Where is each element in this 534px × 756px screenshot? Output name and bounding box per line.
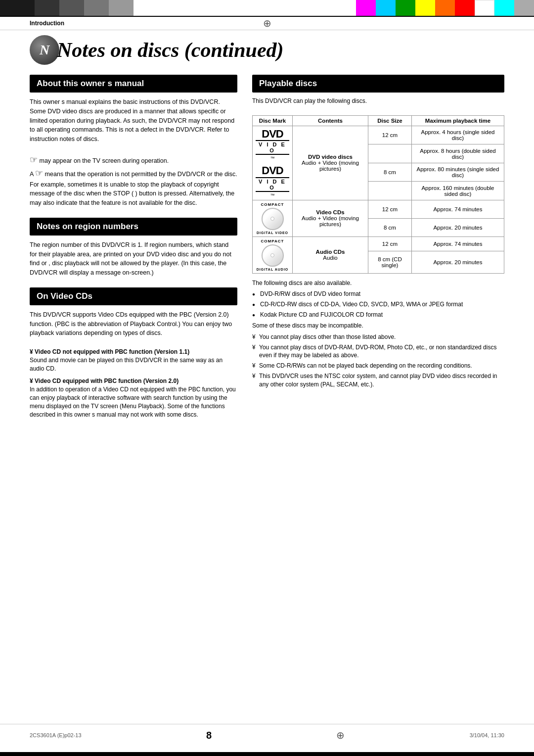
list-item: CD-R/CD-RW discs of CD-DA, Video CD, SVC… [252, 300, 504, 309]
header-crosshair: ⊕ [263, 17, 271, 29]
pbc2-title: ¥ Video CD equipped with PBC function (V… [30, 377, 237, 385]
dvd-logo-bottom: DVD V I D E O ™ [256, 165, 289, 197]
vcd-time-8: Approx. 20 minutes [411, 218, 504, 236]
bottom-bar [0, 752, 534, 756]
list-item: You cannot play discs of DVD-RAM, DVD-RO… [252, 343, 504, 360]
acd-disc-icon [262, 244, 284, 267]
vcd-size-12cm: 12 cm [368, 200, 411, 218]
dvd-time-8-1: Approx. 80 minutes (single sided disc) [411, 163, 504, 181]
page-title-area: N Notes on discs (continued) [0, 30, 534, 75]
about-section: About this owner s manual This owner s m… [30, 75, 237, 208]
table-row: COMPACT DIGITAL VIDEO Video CDsAudio + V… [253, 200, 504, 218]
page-title: Notes on discs (continued) [57, 38, 284, 62]
hand-icon-2: ☞ [35, 168, 43, 178]
video-cd-content: This DVD/VCR supports Video CDs equipped… [30, 310, 237, 419]
left-column: About this owner s manual This owner s m… [30, 75, 237, 429]
dvd-logo-top: DVD V I D E O ™ [256, 128, 289, 161]
vcd-contents: Video CDsAudio + Video (moving pictures) [293, 200, 368, 236]
about-section-content: This owner s manual explains the basic i… [30, 97, 237, 208]
about-note3: For example, sometimes it is unable to s… [30, 180, 237, 208]
acd-disc-mark: COMPACT DIGITAL AUDIO [253, 236, 293, 273]
vcd-disc-icon [262, 208, 284, 230]
dvd-size-8cm: 8 cm [368, 163, 411, 181]
dvd-time-12-2: Approx. 8 hours (double sided disc) [411, 144, 504, 163]
pbc2-desc: In addition to operation of a Video CD n… [30, 385, 237, 419]
dvd-contents: DVD video discsAudio + Video (moving pic… [293, 126, 368, 200]
list-item: DVD-R/RW discs of DVD video format [252, 289, 504, 298]
footer-crosshair: ⊕ [336, 729, 345, 741]
video-cd-intro: This DVD/VCR supports Video CDs equipped… [30, 310, 237, 338]
about-body-text: This owner s manual explains the basic i… [30, 97, 237, 144]
col-header-disc-mark: Disc Mark [253, 116, 293, 126]
table-row: DVD V I D E O ™ DVD V I D E O ™ [253, 126, 504, 144]
acd-size-12cm: 12 cm [368, 236, 411, 251]
footer: 2CS3601A (E)p02-13 8 ⊕ 3/10/04, 11:30 [0, 724, 534, 746]
list-item: You cannot play discs other than those l… [252, 333, 504, 341]
section-label: Introduction [30, 20, 64, 27]
video-cd-heading: On Video CDs [30, 287, 237, 305]
top-color-bar [0, 0, 534, 16]
about-note2: A ☞ means that the operation is not perm… [30, 167, 237, 180]
acd-size-8cm: 8 cm (CD single) [368, 251, 411, 273]
about-note1: may appear on the TV screen during opera… [39, 157, 169, 164]
pbc1-title: ¥ Video CD not equipped with PBC functio… [30, 347, 237, 356]
list-item: Kodak Picture CD and FUJICOLOR CD format [252, 310, 504, 319]
vcd-time-12: Approx. 74 minutes [411, 200, 504, 218]
hand-icon: ☞ [30, 155, 38, 165]
col-header-contents: Contents [293, 116, 368, 126]
pbc2-item: ¥ Video CD equipped with PBC function (V… [30, 377, 237, 419]
additional-notes: The following discs are also available. … [252, 279, 504, 389]
disc-table: Disc Mark Contents Disc Size Maximum pla… [252, 115, 504, 274]
dvd-size-12cm: 12 cm [368, 126, 411, 144]
title-circle-icon: N [30, 35, 59, 65]
col-header-max-playback: Maximum playback time [411, 116, 504, 126]
additional-discs-list: DVD-R/RW discs of DVD video format CD-R/… [252, 289, 504, 319]
acd-time-12: Approx. 74 minutes [411, 236, 504, 251]
col-header-disc-size: Disc Size [368, 116, 411, 126]
vcd-disc-mark: COMPACT DIGITAL VIDEO [253, 200, 293, 236]
table-row: COMPACT DIGITAL AUDIO Audio CDsAudio 12 … [253, 236, 504, 251]
list-item: Some CD-R/RWs can not be played back dep… [252, 362, 504, 370]
right-column: Playable discs This DVD/VCR can play the… [252, 75, 504, 429]
dvd-time-12-1: Approx. 4 hours (single sided disc) [411, 126, 504, 144]
region-section: Notes on region numbers The region numbe… [30, 218, 237, 278]
warnings-list: You cannot play discs other than those l… [252, 333, 504, 389]
region-body-text: The region number of this DVD/VCR is 1. … [30, 240, 237, 278]
about-section-heading: About this owner s manual [30, 75, 237, 93]
main-content: About this owner s manual This owner s m… [0, 75, 534, 429]
dvd-disc-mark: DVD V I D E O ™ DVD V I D E O ™ [253, 126, 293, 200]
playable-section: Playable discs This DVD/VCR can play the… [252, 75, 504, 389]
list-item: This DVD/VCR uses the NTSC color system,… [252, 372, 504, 389]
top-bar-left [0, 0, 267, 16]
region-section-content: The region number of this DVD/VCR is 1. … [30, 240, 237, 278]
top-bar-right [267, 0, 534, 16]
acd-time-8: Approx. 20 minutes [411, 251, 504, 273]
video-cd-section: On Video CDs This DVD/VCR supports Video… [30, 287, 237, 419]
vcd-size-8cm: 8 cm [368, 218, 411, 236]
dvd-time-8-2: Approx. 160 minutes (double sided disc) [411, 182, 504, 200]
playable-heading: Playable discs [252, 75, 504, 93]
page-number: 8 [206, 730, 212, 741]
pbc1-item: ¥ Video CD not equipped with PBC functio… [30, 347, 237, 373]
footer-left-text: 2CS3601A (E)p02-13 [30, 732, 82, 738]
incompatible-note: Some of these discs may be incompatible. [252, 321, 504, 330]
additional-discs-heading: The following discs are also available. [252, 279, 504, 287]
region-section-heading: Notes on region numbers [30, 218, 237, 236]
pbc1-desc: Sound and movie can be played on this DV… [30, 356, 237, 373]
playable-intro: This DVD/VCR can play the following disc… [252, 97, 504, 104]
footer-right-text: 3/10/04, 11:30 [470, 732, 504, 738]
header: Introduction ⊕ [0, 17, 534, 30]
acd-contents: Audio CDsAudio [293, 236, 368, 273]
